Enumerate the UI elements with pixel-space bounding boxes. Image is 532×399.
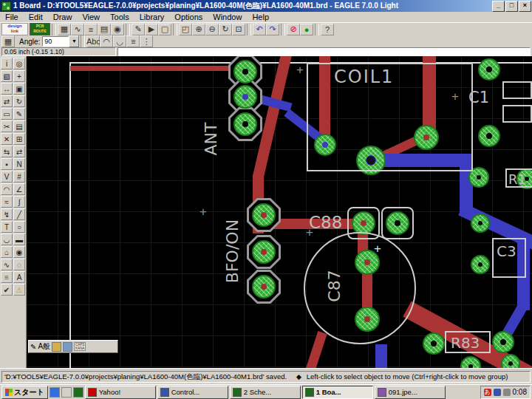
menu-item-library[interactable]: Library <box>134 13 170 21</box>
through-hole-pad[interactable] <box>252 275 276 299</box>
run-icon[interactable]: ▶ <box>145 24 158 35</box>
abc-button[interactable]: Abc <box>86 35 100 47</box>
designlink-logo[interactable]: design link <box>1 23 28 35</box>
through-hole-pad[interactable] <box>423 332 445 355</box>
pcb-route-button[interactable]: PCB ROUTE <box>30 23 50 35</box>
board-canvas[interactable]: COIL1 C1 ANT BFO/ON C88 C87 R83 C3 R1 + … <box>27 56 532 368</box>
pinswap-tool[interactable]: ⇆ <box>1 146 13 157</box>
menu-item-view[interactable]: View <box>77 13 105 21</box>
group-tool[interactable]: ▭ <box>1 108 13 120</box>
angle-dropdown[interactable]: 90 <box>42 36 69 47</box>
minimize-button[interactable]: _ <box>492 1 505 12</box>
menu-item-options[interactable]: Options <box>169 13 208 21</box>
through-hole-pad[interactable] <box>252 240 276 264</box>
stop-icon[interactable]: ⊘ <box>287 24 300 35</box>
start-button[interactable]: スタート <box>1 386 48 399</box>
tray-ime-icon[interactable]: あ <box>484 389 491 396</box>
zoom-in-icon[interactable]: ⊕ <box>192 24 205 35</box>
ratsnest-tool[interactable]: ≡ <box>1 271 13 283</box>
name-tool[interactable]: N <box>13 158 25 170</box>
errors-tool[interactable]: ⚠ <box>13 284 25 296</box>
angle-dropdown-arrow-icon[interactable]: ▼ <box>69 35 79 47</box>
tray-volume-icon[interactable] <box>503 389 511 396</box>
drc-tool[interactable]: ✔ <box>1 284 13 296</box>
through-hole-pad[interactable] <box>471 214 490 233</box>
ripup-tool[interactable]: ↯ <box>1 208 13 220</box>
value-tool[interactable]: V <box>1 171 13 183</box>
wire-bend-cw-icon[interactable]: ◠ <box>100 35 113 47</box>
through-hole-pad[interactable] <box>478 58 500 81</box>
ie-quicklaunch-icon[interactable] <box>50 387 60 398</box>
script-icon[interactable]: ✎ <box>132 24 145 35</box>
zoom-select-icon[interactable]: ⊡ <box>232 24 245 35</box>
grid-settings-button[interactable]: ▦ <box>1 35 15 47</box>
through-hole-pad[interactable] <box>233 60 257 83</box>
maximize-button[interactable]: □ <box>505 1 518 12</box>
replace-tool[interactable]: ⇄ <box>13 146 25 157</box>
through-hole-pad[interactable] <box>252 203 276 227</box>
label-c3[interactable]: C3 <box>497 242 516 260</box>
signal-tool[interactable]: ∿ <box>1 259 13 270</box>
menu-item-tools[interactable]: Tools <box>105 13 134 21</box>
tray-network-icon[interactable] <box>494 389 501 396</box>
through-hole-pad[interactable] <box>501 354 520 368</box>
label-c87[interactable]: C87 <box>325 260 341 312</box>
paste-tool[interactable]: ▤ <box>13 120 25 132</box>
lock-tool[interactable]: ▪ <box>1 158 13 170</box>
label-r83[interactable]: R83 <box>451 334 480 352</box>
info-tool[interactable]: i <box>1 58 13 69</box>
ime-tools-icon[interactable] <box>52 342 61 352</box>
label-c88[interactable]: C88 <box>309 213 342 232</box>
cam-processor-icon[interactable]: ◉ <box>111 24 124 35</box>
component-outline-c88[interactable] <box>381 207 414 239</box>
ime-pad-icon[interactable] <box>63 342 72 352</box>
through-hole-pad[interactable] <box>478 125 500 147</box>
display-tool[interactable]: ▧ <box>1 70 13 82</box>
label-c1[interactable]: C1 <box>468 89 489 106</box>
change-tool[interactable]: ✎ <box>13 108 25 120</box>
zoom-out-icon[interactable]: ⊖ <box>205 24 219 35</box>
menu-item-file[interactable]: File <box>0 13 24 21</box>
ime-pen-icon[interactable]: ✎ <box>30 343 36 351</box>
window-icon[interactable]: ▢ <box>158 24 171 35</box>
show-desktop-icon[interactable] <box>61 387 72 398</box>
mark-tool[interactable]: + <box>13 70 25 82</box>
bottom-trace[interactable] <box>375 344 387 368</box>
rotate-tool[interactable]: ↻ <box>13 95 25 107</box>
copy-tool[interactable]: ▣ <box>13 83 25 95</box>
menu-item-draw[interactable]: Draw <box>48 13 78 21</box>
circle-tool[interactable]: ○ <box>13 221 25 233</box>
rect-tool[interactable]: ▬ <box>13 233 25 245</box>
taskbar-window-yahoo[interactable]: Yahoo! <box>85 386 156 399</box>
polygon-tool[interactable]: ⌂ <box>1 246 13 258</box>
ime-caps-kana-indicator[interactable]: CAPS KANA <box>74 342 86 351</box>
menu-item-window[interactable]: Window <box>208 13 247 21</box>
arc-tool[interactable]: ◡ <box>1 233 13 245</box>
add-tool[interactable]: ⊞ <box>13 133 25 145</box>
component-outline-c87[interactable] <box>304 232 416 344</box>
delete-tool[interactable]: ✕ <box>1 133 13 145</box>
move-tool[interactable]: ↔ <box>1 83 13 95</box>
taskbar-window-control[interactable]: Control... <box>157 386 228 399</box>
through-hole-pad[interactable] <box>471 255 490 274</box>
label-bfo-on[interactable]: BFO/ON <box>223 207 241 296</box>
through-hole-pad[interactable] <box>492 331 514 353</box>
label-r1[interactable]: R1 <box>508 171 526 187</box>
miter-tool[interactable]: ◠ <box>1 183 13 195</box>
go-icon[interactable]: ● <box>300 24 313 35</box>
close-button[interactable]: × <box>519 1 531 12</box>
ime-toolbar[interactable]: ✎ A般 CAPS KANA <box>28 340 118 353</box>
detail-icon[interactable]: ⋮ <box>140 35 153 47</box>
taskbar-window-board[interactable]: 1 Boa... <box>302 386 373 399</box>
split-tool[interactable]: ∠ <box>13 183 25 195</box>
show-tool[interactable]: ◎ <box>13 58 25 69</box>
route-tool[interactable]: ∫ <box>13 196 25 208</box>
component-outline-c1[interactable] <box>502 81 532 99</box>
undo-icon[interactable]: ↶ <box>253 24 266 35</box>
through-hole-pad[interactable] <box>233 112 257 136</box>
board-edge-vertical[interactable] <box>69 62 71 368</box>
print-icon[interactable]: ▤ <box>98 24 111 35</box>
ime-mode-indicator[interactable]: A般 <box>38 341 50 352</box>
via-tool[interactable]: ◉ <box>13 246 25 258</box>
redo-icon[interactable]: ↷ <box>266 24 279 35</box>
